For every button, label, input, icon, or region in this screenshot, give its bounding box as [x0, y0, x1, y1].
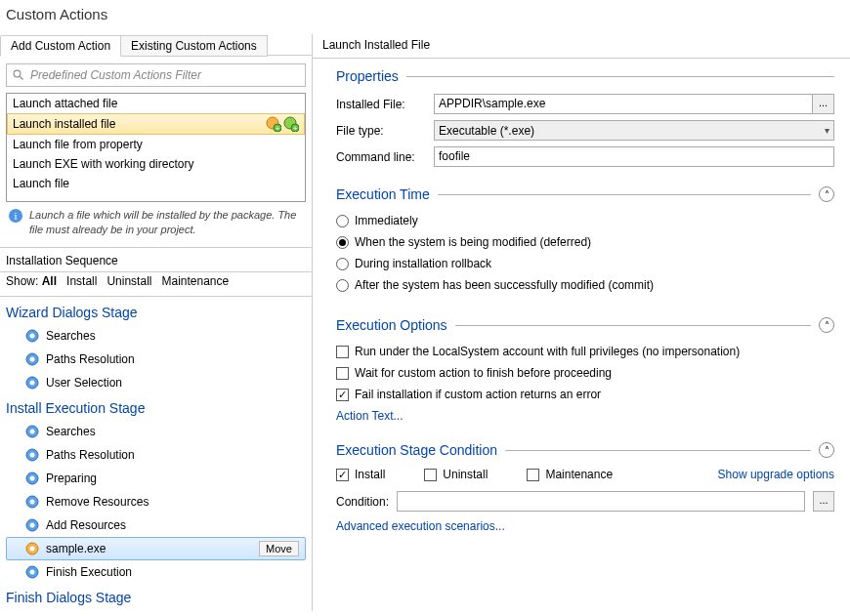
advanced-scenarios-link[interactable]: Advanced execution scenarios... [336, 512, 834, 533]
show-upgrade-link[interactable]: Show upgrade options [718, 468, 834, 481]
gear-icon [24, 564, 40, 580]
svg-line-1 [21, 76, 23, 79]
show-uninstall[interactable]: Uninstall [106, 274, 151, 288]
svg-point-21 [30, 476, 35, 481]
tree-item[interactable]: Searches [6, 324, 306, 348]
tree-item[interactable]: Finish Execution [6, 560, 306, 584]
stage-finish[interactable]: Finish Dialogs Stage [6, 584, 306, 609]
show-install[interactable]: Install [66, 274, 97, 288]
group-title: Properties [336, 68, 406, 84]
check-install[interactable]: Install [336, 468, 385, 481]
group-exec-stage: Execution Stage Condition ˄ Install Unin… [336, 442, 834, 533]
action-item[interactable]: Launch attached file [7, 94, 305, 113]
right-pane: Launch Installed File Properties Install… [313, 34, 850, 611]
gear-icon [24, 517, 40, 533]
tab-row: Add Custom Action Existing Custom Action… [0, 34, 312, 56]
radio-immediately[interactable]: Immediately [336, 212, 834, 233]
stage-install[interactable]: Install Execution Stage [6, 394, 306, 420]
info-icon: i [8, 208, 23, 224]
svg-point-15 [30, 381, 35, 386]
tree-item[interactable]: Paths Resolution [6, 348, 306, 371]
condition-browse-button[interactable]: ... [813, 491, 834, 512]
tree-item[interactable]: Paths Resolution [6, 443, 306, 467]
svg-point-25 [30, 523, 35, 528]
svg-text:+: + [293, 124, 298, 132]
right-heading: Launch Installed File [313, 34, 850, 59]
gear-icon [24, 375, 40, 390]
filter-input[interactable]: Predefined Custom Actions Filter [6, 63, 306, 87]
installed-file-input[interactable]: APPDIR\sample.exe [434, 94, 813, 114]
gear-icon [24, 447, 40, 463]
collapse-icon[interactable]: ˄ [819, 186, 834, 202]
action-item[interactable]: Launch installed file + + [7, 113, 305, 135]
tree-item[interactable]: Add Resources [6, 513, 306, 537]
svg-point-0 [14, 70, 21, 77]
group-properties: Properties Installed File: APPDIR\sample… [336, 68, 834, 167]
svg-point-17 [30, 430, 35, 434]
check-localsystem[interactable]: Run under the LocalSystem account with f… [336, 343, 834, 364]
tab-existing-custom-actions[interactable]: Existing Custom Actions [121, 35, 268, 57]
tree-item[interactable]: Searches [6, 420, 306, 443]
file-type-label: File type: [336, 124, 434, 138]
hint-text: i Launch a file which will be installed … [0, 202, 312, 247]
filter-placeholder: Predefined Custom Actions Filter [30, 68, 201, 82]
collapse-icon[interactable]: ˄ [819, 442, 834, 458]
tree-item[interactable]: User Selection [6, 371, 306, 394]
left-pane: Add Custom Action Existing Custom Action… [0, 34, 313, 611]
browse-button[interactable]: ... [813, 94, 834, 114]
search-icon [13, 69, 24, 81]
file-type-select[interactable]: Executable (*.exe) ▾ [434, 120, 834, 141]
condition-label: Condition: [336, 495, 389, 509]
show-all[interactable]: All [42, 274, 57, 288]
group-title: Execution Stage Condition [336, 442, 505, 458]
sequence-title: Installation Sequence [0, 248, 312, 271]
collapse-icon[interactable]: ˄ [819, 317, 834, 333]
custom-action-icon [24, 541, 40, 556]
add-no-sequence-icon[interactable]: + [283, 116, 299, 132]
page-title: Custom Actions [0, 0, 850, 34]
action-list[interactable]: Launch attached file Launch installed fi… [6, 93, 306, 203]
svg-point-13 [30, 357, 35, 362]
gear-icon [24, 494, 40, 510]
tree-item-selected[interactable]: sample.exe Move [6, 537, 306, 560]
group-exec-options: Execution Options ˄ Run under the LocalS… [336, 317, 834, 423]
group-exec-time: Execution Time ˄ Immediately When the sy… [336, 186, 834, 298]
svg-point-19 [30, 453, 35, 458]
stage-wizard[interactable]: Wizard Dialogs Stage [6, 299, 306, 324]
gear-icon [24, 328, 40, 344]
action-item[interactable]: Launch file from property [7, 135, 305, 154]
svg-text:+: + [276, 124, 280, 132]
svg-point-27 [30, 547, 35, 552]
check-wait[interactable]: Wait for custom action to finish before … [336, 364, 834, 386]
show-filter: Show: All Install Uninstall Maintenance [0, 272, 312, 296]
check-fail[interactable]: Fail installation if custom action retur… [336, 386, 834, 407]
condition-input[interactable] [397, 491, 805, 512]
svg-text:i: i [14, 210, 17, 222]
action-item[interactable]: Launch file [7, 174, 305, 193]
svg-point-29 [30, 570, 35, 575]
sequence-tree: Wizard Dialogs Stage Searches Paths Reso… [0, 297, 312, 611]
add-sequence-icon[interactable]: + [266, 116, 281, 132]
installed-file-label: Installed File: [336, 98, 434, 111]
show-maintenance[interactable]: Maintenance [161, 274, 229, 288]
check-maintenance[interactable]: Maintenance [527, 468, 613, 481]
cmd-line-label: Command line: [336, 150, 434, 164]
tree-item[interactable]: Preparing [6, 467, 306, 490]
move-button[interactable]: Move [259, 541, 299, 556]
cmd-line-input[interactable]: foofile [434, 146, 834, 167]
chevron-down-icon: ▾ [825, 125, 829, 136]
gear-icon [24, 471, 40, 486]
gear-icon [24, 424, 40, 439]
radio-commit[interactable]: After the system has been successfully m… [336, 276, 834, 298]
tree-item[interactable]: Remove Resources [6, 490, 306, 513]
group-title: Execution Options [336, 317, 455, 333]
action-text-link[interactable]: Action Text... [336, 407, 834, 423]
svg-point-11 [30, 334, 35, 339]
radio-rollback[interactable]: During installation rollback [336, 255, 834, 276]
action-item[interactable]: Launch EXE with working directory [7, 154, 305, 174]
group-title: Execution Time [336, 186, 438, 202]
tab-add-custom-action[interactable]: Add Custom Action [0, 35, 121, 57]
check-uninstall[interactable]: Uninstall [424, 468, 488, 481]
radio-deferred[interactable]: When the system is being modified (defer… [336, 233, 834, 255]
svg-point-23 [30, 500, 35, 505]
